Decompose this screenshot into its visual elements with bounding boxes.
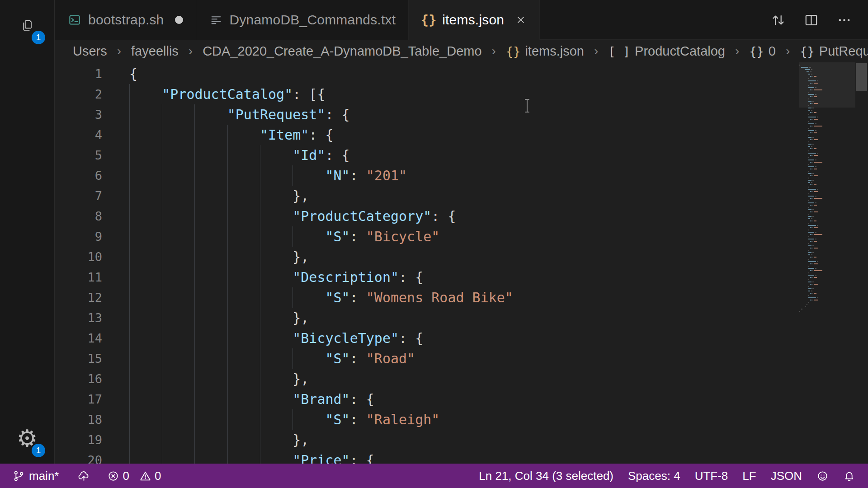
breadcrumb-item-Users[interactable]: Users [73, 44, 107, 59]
notifications-item[interactable] [838, 470, 861, 482]
line-number: 20 [55, 450, 129, 464]
activity-explorer-button[interactable]: 1 [0, 0, 54, 51]
code-line[interactable]: 4"Item": { [55, 125, 868, 145]
line-number: 2 [55, 84, 129, 104]
json-file-icon: {} [421, 13, 436, 27]
tab-label: DynamoDB_Commands.txt [230, 12, 396, 28]
feedback-item[interactable] [811, 470, 834, 482]
code-line[interactable]: 19}, [55, 430, 868, 450]
git-branch-item[interactable]: main* [7, 469, 64, 483]
manage-badge: 1 [32, 444, 45, 457]
feedback-icon [816, 470, 829, 482]
code-line[interactable]: 3"PutRequest": { [55, 104, 868, 125]
code-line[interactable]: 14"BicycleType": { [55, 328, 868, 348]
code-text: "ProductCatalog": [{ [129, 84, 325, 104]
code-line[interactable]: 12"S": "Womens Road Bike" [55, 287, 868, 308]
code-text: }, [129, 186, 309, 206]
problems-item[interactable]: 0 0 [102, 469, 166, 483]
activity-bar: 1 ⚙ 1 [0, 0, 55, 464]
cursor-position-label: Ln 21, Col 34 (3 selected) [479, 469, 613, 483]
line-number: 12 [55, 287, 129, 308]
git-branch-label: main* [29, 469, 59, 483]
tab-bootstrap.sh[interactable]: bootstrap.sh [55, 0, 196, 40]
open-changes-button[interactable] [771, 13, 786, 28]
code-line[interactable]: 5"Id": { [55, 145, 868, 165]
line-number: 15 [55, 348, 129, 369]
encoding-label: UTF-8 [695, 469, 728, 483]
publish-changes-item[interactable] [72, 470, 95, 482]
language-mode-item[interactable]: JSON [765, 469, 807, 483]
cursor-position-item[interactable]: Ln 21, Col 34 (3 selected) [473, 469, 619, 483]
editor[interactable]: 1{2"ProductCatalog": [{3"PutRequest": {4… [55, 62, 868, 464]
code-line[interactable]: 20"Price": { [55, 450, 868, 464]
line-number: 17 [55, 389, 129, 409]
git-branch-icon [13, 470, 25, 482]
code-text: "BicycleType": { [129, 328, 423, 348]
line-number: 4 [55, 125, 129, 145]
explorer-badge: 1 [32, 31, 45, 44]
cloud-upload-icon [78, 470, 90, 482]
close-tab-button[interactable] [515, 14, 527, 26]
editor-scrollbar[interactable] [855, 62, 868, 464]
warnings-count: 0 [155, 469, 161, 483]
code-line[interactable]: 8"ProductCategory": { [55, 206, 868, 226]
breadcrumb-item-0[interactable]: {}0 [749, 44, 776, 59]
indentation-item[interactable]: Spaces: 4 [623, 469, 686, 483]
code-line[interactable]: 9"S": "Bicycle" [55, 226, 868, 247]
code-line[interactable]: 17"Brand": { [55, 389, 868, 409]
minimap-content [799, 62, 855, 312]
tab-DynamoDB_Commands.txt[interactable]: DynamoDB_Commands.txt [196, 0, 409, 40]
line-number: 8 [55, 206, 129, 226]
breadcrumb-item-CDA_2020_Create_A-DynamoDB_Table_Demo[interactable]: CDA_2020_Create_A-DynamoDB_Table_Demo [203, 44, 481, 59]
line-number: 18 [55, 409, 129, 430]
editor-group: bootstrap.shDynamoDB_Commands.txt{}items… [55, 0, 868, 464]
scrollbar-thumb[interactable] [856, 63, 867, 91]
code-line[interactable]: 15"S": "Road" [55, 348, 868, 369]
code-line[interactable]: 2"ProductCatalog": [{ [55, 84, 868, 104]
code-text: "PutRequest": { [129, 104, 350, 125]
eol-label: LF [742, 469, 756, 483]
tab-items.json[interactable]: {}items.json [409, 0, 540, 40]
breadcrumb-item-ProductCatalog[interactable]: [ ]ProductCatalog [608, 44, 725, 59]
line-number: 1 [55, 64, 129, 84]
breadcrumb-separator: › [492, 44, 496, 58]
breadcrumb-label: CDA_2020_Create_A-DynamoDB_Table_Demo [203, 44, 481, 59]
line-number: 3 [55, 104, 129, 125]
code-line[interactable]: 18"S": "Raleigh" [55, 409, 868, 430]
line-number: 5 [55, 145, 129, 165]
code-line[interactable]: 6"N": "201" [55, 165, 868, 186]
code-line[interactable]: 13}, [55, 308, 868, 328]
breadcrumb-separator: › [117, 44, 121, 58]
status-bar: main* 0 0 Ln 21, Col 34 (3 selected) Spa… [0, 464, 868, 488]
notifications-bell-icon [843, 470, 855, 482]
mouse-cursor-ibeam [523, 99, 531, 113]
code-line[interactable]: 7}, [55, 186, 868, 206]
split-editor-button[interactable] [804, 13, 819, 28]
status-left: main* 0 0 [7, 469, 166, 483]
breadcrumb-item-fayeellis[interactable]: fayeellis [131, 44, 179, 59]
manage-button[interactable]: ⚙ 1 [0, 413, 54, 464]
minimap[interactable] [799, 62, 855, 464]
code-line[interactable]: 10}, [55, 247, 868, 267]
code-line[interactable]: 1{ [55, 64, 868, 84]
editor-actions [771, 0, 868, 40]
editor-lines: 1{2"ProductCatalog": [{3"PutRequest": {4… [55, 62, 868, 464]
more-actions-button[interactable] [837, 13, 852, 28]
code-text: }, [129, 369, 309, 389]
warnings-icon [139, 470, 151, 482]
encoding-item[interactable]: UTF-8 [689, 469, 734, 483]
eol-item[interactable]: LF [737, 469, 761, 483]
line-number: 6 [55, 165, 129, 186]
breadcrumb-item-items.json[interactable]: {}items.json [506, 44, 584, 59]
line-number: 16 [55, 369, 129, 389]
code-line[interactable]: 11"Description": { [55, 267, 868, 287]
code-line[interactable]: 16}, [55, 369, 868, 389]
breadcrumb-item-PutRequest[interactable]: {}PutRequest [800, 44, 868, 59]
code-text: "Id": { [129, 145, 350, 165]
line-number: 7 [55, 186, 129, 206]
text-file-icon [209, 13, 223, 27]
breadcrumb-separator: › [594, 44, 598, 58]
line-number: 10 [55, 247, 129, 267]
code-text: }, [129, 247, 309, 267]
explorer-files-icon [21, 19, 33, 32]
